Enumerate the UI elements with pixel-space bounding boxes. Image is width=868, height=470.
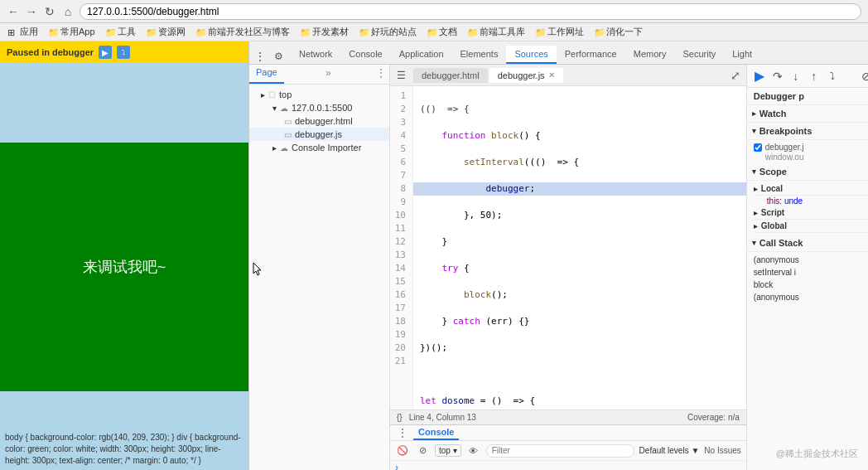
code-line-2: function block() { xyxy=(413,129,746,143)
reload-button[interactable]: ↻ xyxy=(43,5,56,18)
tab-elements[interactable]: Elements xyxy=(452,46,507,64)
scope-arrow: ▾ xyxy=(752,167,756,176)
code-line-7: try { xyxy=(413,262,746,275)
line-numbers: 12345 678910 1112131415 1617181920 21 xyxy=(390,86,413,409)
stop-recording-btn[interactable]: ⊘ xyxy=(415,443,430,458)
resume-execution-btn[interactable]: ▶ xyxy=(752,69,767,84)
debugger-sections: ▸ Watch ▾ Breakpoints debugger.j window.… xyxy=(747,105,868,470)
bookmark-frontend-community[interactable]: 📁 前端开发社区与博客 xyxy=(191,25,294,39)
tab-security[interactable]: Security xyxy=(674,46,724,64)
sidebar-options-button[interactable]: ⋮ xyxy=(373,65,389,84)
breakpoint-checkbox-1[interactable] xyxy=(754,143,762,152)
editor-expand-btn[interactable]: ⤢ xyxy=(728,68,743,83)
cloud-icon: ☁ xyxy=(280,104,288,113)
code-line-11 xyxy=(413,368,746,381)
tab-memory[interactable]: Memory xyxy=(625,46,675,64)
tree-label-debugger-html: debugger.html xyxy=(295,116,353,126)
breakpoints-section-header[interactable]: ▾ Breakpoints xyxy=(747,123,868,140)
devtools-body: Page » ⋮ ▸ ☐ top ▾ ☁ 127.0.0.1:5500 xyxy=(249,65,868,470)
home-button[interactable]: ⌂ xyxy=(61,5,75,18)
callstack-item-3[interactable]: block xyxy=(754,279,868,291)
sidebar-tab-page[interactable]: Page xyxy=(249,65,284,84)
eye-btn[interactable]: 👁 xyxy=(466,443,481,458)
console-filter-input[interactable] xyxy=(486,444,634,458)
tree-item-server[interactable]: ▾ ☁ 127.0.0.1:5500 xyxy=(249,101,389,114)
code-line-4: debugger; xyxy=(413,182,746,196)
bookmark-common-apps[interactable]: 📁 常用App xyxy=(44,25,99,39)
cursor-position: Line 4, Column 13 xyxy=(409,413,476,422)
forward-button[interactable]: → xyxy=(25,5,38,18)
tree-label-debugger-js: debugger.js xyxy=(295,129,342,139)
bookmark-apps[interactable]: ⊞ 应用 xyxy=(3,25,42,39)
scope-global-header[interactable]: ▸ Global xyxy=(754,220,868,233)
tree-item-debugger-html[interactable]: ▭ debugger.html xyxy=(249,114,389,128)
scope-global-label: Global xyxy=(761,221,787,230)
no-issues-badge: No Issues xyxy=(704,446,740,455)
step-over-btn[interactable]: ↷ xyxy=(770,69,785,84)
back-button[interactable]: ← xyxy=(7,5,20,18)
bookmark-dev-assets[interactable]: 📁 开发素材 xyxy=(296,25,353,39)
watch-label: Watch xyxy=(760,109,787,119)
breakpoints-content: debugger.j window.ou xyxy=(747,140,868,163)
step-over-button[interactable]: ⤵ xyxy=(117,46,130,59)
watch-section-header[interactable]: ▸ Watch xyxy=(747,105,868,123)
scope-section-header[interactable]: ▾ Scope xyxy=(747,163,868,181)
bookmark-fun-sites[interactable]: 📁 好玩的站点 xyxy=(354,25,421,39)
console-tab[interactable]: Console xyxy=(413,425,459,440)
tab-performance[interactable]: Performance xyxy=(557,46,625,64)
code-line-6: } xyxy=(413,235,746,249)
editor-menu-btn[interactable]: ☰ xyxy=(393,68,408,83)
code-content[interactable]: 12345 678910 1112131415 1617181920 21 ((… xyxy=(390,86,746,409)
cloud-arrow-icon: ▾ xyxy=(272,104,277,113)
bookmarks-bar: ⊞ 应用 📁 常用App 📁 工具 📁 资源网 📁 前端开发社区与博客 📁 开发… xyxy=(0,23,868,41)
apps-icon: ⊞ xyxy=(7,27,17,37)
editor-tab-html[interactable]: debugger.html xyxy=(413,68,488,83)
resume-button[interactable]: ▶ xyxy=(99,46,112,59)
tab-lighthouse[interactable]: Light xyxy=(724,46,760,64)
folder-icon-10: 📁 xyxy=(594,27,604,37)
bookmark-resources[interactable]: 📁 资源网 xyxy=(142,25,190,39)
url-bar[interactable] xyxy=(80,3,861,20)
tree-item-top[interactable]: ▸ ☐ top xyxy=(249,88,389,101)
mouse-cursor xyxy=(253,262,263,279)
bookmark-docs[interactable]: 📁 文档 xyxy=(422,25,461,39)
default-levels-dropdown[interactable]: Default levels ▼ xyxy=(639,446,700,455)
clear-console-btn[interactable]: 🚫 xyxy=(395,443,410,458)
editor-toolbar-right: ⤢ xyxy=(728,68,743,83)
devtools-menu-icon[interactable]: ⋮ xyxy=(253,49,268,64)
tree-item-debugger-js[interactable]: ▭ debugger.js xyxy=(249,128,389,141)
code-area[interactable]: (() => { function block() { setInterval(… xyxy=(413,86,746,409)
deactivate-breakpoints-btn[interactable]: ⊘ xyxy=(859,69,868,84)
tab-network[interactable]: Network xyxy=(291,46,340,64)
callstack-item-1[interactable]: (anonymous xyxy=(754,254,868,266)
console-menu-btn[interactable]: ⋮ xyxy=(395,425,410,440)
step-out-btn[interactable]: ↑ xyxy=(807,69,822,84)
tree-item-console-importer[interactable]: ▸ ☁ Console Importer xyxy=(249,141,389,154)
curly-braces-icon: {} xyxy=(397,413,403,422)
scope-content: ▸ Local this: unde ▸ Script xyxy=(747,181,868,235)
sidebar-tab-more[interactable]: » xyxy=(321,65,336,84)
console-prompt-icon: › xyxy=(395,462,398,470)
bookmark-tools[interactable]: 📁 工具 xyxy=(101,25,140,39)
console-tabs-bar: ⋮ Console xyxy=(390,425,746,441)
bookmark-frontend-tools[interactable]: 📁 前端工具库 xyxy=(463,25,529,39)
devtools-settings-icon[interactable]: ⚙ xyxy=(271,49,286,64)
bookmark-digest[interactable]: 📁 消化一下 xyxy=(590,25,647,39)
green-box-text: 来调试我吧~ xyxy=(83,259,166,274)
callstack-item-2[interactable]: setInterval i xyxy=(754,266,868,279)
folder-top-icon: ☐ xyxy=(268,90,276,99)
step-btn[interactable]: ⤵ xyxy=(825,69,840,84)
tab-application[interactable]: Application xyxy=(391,46,452,64)
folder-icon-2: 📁 xyxy=(105,27,115,37)
editor-tab-js[interactable]: debugger.js ✕ xyxy=(489,68,563,83)
bookmark-work-urls[interactable]: 📁 工作网址 xyxy=(531,25,588,39)
sources-sidebar-tabs: Page » ⋮ xyxy=(249,65,389,85)
callstack-section-header[interactable]: ▾ Call Stack xyxy=(747,235,868,252)
callstack-item-4[interactable]: (anonymous xyxy=(754,291,868,303)
tab-sources[interactable]: Sources xyxy=(506,46,556,64)
step-into-btn[interactable]: ↓ xyxy=(788,69,803,84)
tab-console[interactable]: Console xyxy=(340,46,390,64)
scope-script-header[interactable]: ▸ Script xyxy=(754,206,868,220)
editor-tab-js-close[interactable]: ✕ xyxy=(548,70,555,80)
scope-local-header[interactable]: ▸ Local xyxy=(754,182,868,196)
